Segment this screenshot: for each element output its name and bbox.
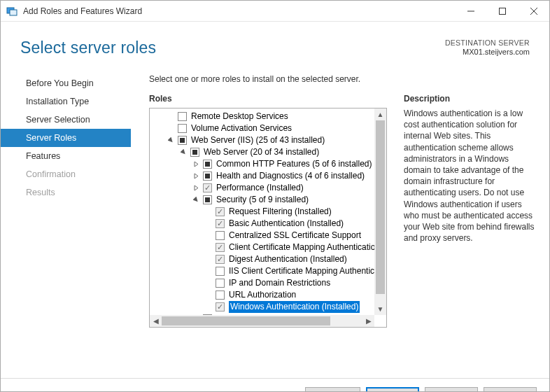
checkbox[interactable] (203, 160, 212, 169)
checkbox[interactable] (203, 195, 212, 204)
expander-placeholder (204, 244, 213, 252)
wizard-nav: Before You BeginInstallation TypeServer … (1, 70, 131, 378)
tree-node[interactable]: Basic Authentication (Installed) (153, 218, 386, 230)
next-button[interactable]: Next > (366, 387, 419, 392)
collapse-icon[interactable] (192, 196, 200, 204)
wizard-footer: < Previous Next > Install Cancel (1, 378, 549, 392)
tree-node-label: Request Filtering (Installed) (229, 206, 332, 218)
scroll-right-icon[interactable]: ▶ (362, 315, 374, 327)
horizontal-scrollbar[interactable]: ◀ ▶ (150, 315, 374, 327)
scroll-thumb-vertical[interactable] (376, 120, 385, 294)
tree-node[interactable]: Security (5 of 9 installed) (153, 194, 386, 206)
nav-item-server-roles[interactable]: Server Roles (1, 129, 131, 147)
expand-icon[interactable] (192, 184, 200, 192)
maximize-button[interactable] (486, 1, 518, 22)
tree-node[interactable]: Health and Diagnostics (4 of 6 installed… (153, 170, 386, 182)
tree-node-label: Windows Authentication (Installed) (229, 301, 360, 313)
expander-placeholder (204, 208, 213, 216)
scroll-left-icon[interactable]: ◀ (150, 315, 162, 327)
tree-node-label: Volume Activation Services (191, 122, 292, 134)
close-button[interactable] (518, 1, 549, 22)
tree-node[interactable]: Performance (Installed) (153, 182, 386, 194)
expand-icon[interactable] (192, 172, 200, 181)
expander-placeholder (167, 125, 175, 133)
nav-item-installation-type[interactable]: Installation Type (1, 92, 131, 111)
tree-node-label: Centralized SSL Certificate Support (229, 230, 361, 241)
checkbox[interactable] (216, 231, 225, 240)
titlebar: Add Roles and Features Wizard (1, 1, 549, 22)
cancel-button[interactable]: Cancel (484, 387, 537, 392)
collapse-icon[interactable] (179, 148, 188, 157)
previous-button[interactable]: < Previous (305, 387, 360, 392)
tree-node-label: Health and Diagnostics (4 of 6 installed… (216, 170, 365, 182)
expander-placeholder (167, 113, 175, 121)
install-button: Install (425, 387, 478, 392)
window-title: Add Roles and Features Wizard (23, 6, 455, 16)
scroll-down-icon[interactable]: ▼ (374, 303, 386, 315)
checkbox[interactable] (178, 112, 187, 121)
tree-node[interactable]: IP and Domain Restrictions (153, 277, 386, 289)
tree-node[interactable]: Volume Activation Services (153, 122, 386, 134)
tree-node-label: Digest Authentication (Installed) (229, 253, 347, 265)
collapse-icon[interactable] (167, 136, 175, 145)
expander-placeholder (204, 232, 213, 240)
checkbox[interactable] (203, 172, 212, 181)
roles-tree[interactable]: Remote Desktop ServicesVolume Activation… (149, 108, 387, 328)
expander-placeholder (204, 255, 213, 264)
description-text: Windows authentication is a low cost aut… (404, 108, 537, 244)
roles-label: Roles (149, 94, 387, 104)
nav-item-before-you-begin[interactable]: Before You Begin (1, 74, 131, 92)
checkbox[interactable] (216, 255, 225, 264)
tree-node[interactable]: Common HTTP Features (5 of 6 installed) (153, 158, 386, 170)
checkbox[interactable] (216, 267, 225, 276)
nav-item-server-selection[interactable]: Server Selection (1, 111, 131, 129)
expander-placeholder (204, 291, 213, 300)
expander-placeholder (204, 279, 213, 288)
page-heading: Select server roles (20, 38, 156, 57)
tree-node[interactable]: Centralized SSL Certificate Support (153, 230, 386, 241)
tree-node[interactable]: Digest Authentication (Installed) (153, 253, 386, 265)
minimize-button[interactable] (455, 1, 486, 22)
checkbox[interactable] (203, 183, 212, 192)
tree-node-label: Security (5 of 9 installed) (216, 194, 309, 206)
tree-node-label: Client Certificate Mapping Authenticatio (229, 241, 375, 253)
expand-icon[interactable] (192, 160, 200, 169)
checkbox[interactable] (216, 219, 225, 228)
tree-node-label: Common HTTP Features (5 of 6 installed) (216, 158, 372, 170)
tree-node[interactable]: Remote Desktop Services (153, 111, 386, 122)
expander-placeholder (204, 220, 213, 228)
checkbox[interactable] (190, 148, 199, 157)
checkbox[interactable] (216, 302, 225, 312)
expander-placeholder (204, 267, 213, 276)
checkbox[interactable] (178, 136, 187, 145)
tree-node-label: Web Server (20 of 34 installed) (204, 146, 319, 158)
tree-node[interactable]: IIS Client Certificate Mapping Authentic (153, 265, 386, 277)
svg-rect-3 (499, 8, 505, 14)
checkbox[interactable] (216, 279, 225, 288)
tree-node[interactable]: Request Filtering (Installed) (153, 206, 386, 218)
tree-node[interactable]: Web Server (IIS) (25 of 43 installed) (153, 134, 386, 146)
checkbox[interactable] (216, 243, 225, 252)
tree-node-label: Performance (Installed) (216, 182, 304, 194)
tree-node[interactable]: Client Certificate Mapping Authenticatio (153, 241, 386, 253)
destination-server: MX01.steijvers.com (445, 48, 530, 56)
nav-item-confirmation: Confirmation (1, 165, 131, 183)
vertical-scrollbar[interactable]: ▲ ▼ (374, 108, 386, 315)
checkbox[interactable] (216, 207, 225, 216)
tree-node-label: URL Authorization (229, 289, 296, 301)
scroll-thumb-horizontal[interactable] (162, 316, 330, 326)
instruction-text: Select one or more roles to install on t… (149, 74, 537, 84)
nav-item-features[interactable]: Features (1, 147, 131, 165)
destination-server-block: DESTINATION SERVER MX01.steijvers.com (445, 38, 530, 56)
tree-node[interactable]: Windows Authentication (Installed) (153, 301, 386, 313)
app-icon (6, 6, 17, 17)
tree-node-label: Basic Authentication (Installed) (229, 218, 344, 230)
checkbox[interactable] (178, 124, 187, 133)
description-label: Description (404, 94, 537, 104)
nav-item-results: Results (1, 183, 131, 202)
tree-node[interactable]: URL Authorization (153, 289, 386, 301)
checkbox[interactable] (216, 290, 225, 300)
scroll-up-icon[interactable]: ▲ (374, 108, 386, 120)
tree-node[interactable]: Web Server (20 of 34 installed) (153, 146, 386, 158)
tree-node-label: IP and Domain Restrictions (229, 277, 330, 289)
